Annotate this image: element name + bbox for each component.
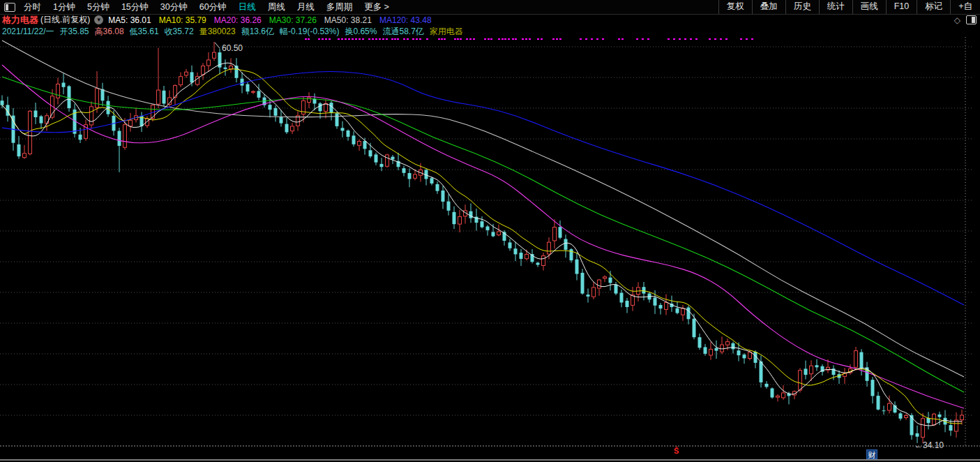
ohlc-field: 收35.72	[165, 26, 194, 38]
ohlc-field: 开35.85	[60, 26, 89, 38]
kline-chart[interactable]: 60.50←34.10 Ŝ 财	[0, 37, 980, 462]
ma-value: MA30: 37.26	[269, 15, 317, 25]
ma-line-MA50	[2, 40, 964, 377]
toolbar-button[interactable]: 画线	[852, 0, 886, 14]
candlestick-svg[interactable]: 60.50←34.10	[0, 37, 980, 462]
period-tab[interactable]: 更多 >	[364, 1, 389, 13]
top-markers	[305, 38, 753, 40]
grid-window-icon[interactable]	[4, 3, 15, 12]
ma-value: MA50: 38.21	[324, 15, 372, 25]
toolbar-button[interactable]: F10	[886, 0, 917, 14]
ohlc-field: 换0.65%	[345, 26, 377, 38]
low-price-label: ←34.10	[914, 440, 944, 450]
ma-line-MA20	[2, 65, 964, 408]
ohlc-field: 高36.08	[95, 26, 124, 38]
ohlc-field: 量380023	[199, 26, 236, 38]
high-price-label: 60.50	[222, 43, 243, 53]
stock-name: 格力电器	[2, 14, 38, 27]
ohlc-bar: 2021/11/22/一开35.85高36.08低35.61收35.72量380…	[2, 26, 469, 37]
period-tab[interactable]: 月线	[297, 1, 315, 13]
toolbar: 分时1分钟5分钟15分钟30分钟60分钟日线周线月线多周期更多 > 复权叠加历史…	[0, 0, 980, 15]
ma-value: MA5: 36.01	[108, 15, 151, 25]
period-label: (日线.前复权)	[40, 14, 90, 26]
ma-values: MA5: 36.01MA10: 35.79MA20: 36.26MA30: 37…	[108, 15, 439, 25]
toolbar-button[interactable]: 叠加	[752, 0, 785, 14]
ohlc-field: 2021/11/22/一	[2, 26, 54, 38]
toolbar-button[interactable]: 标记	[917, 0, 950, 14]
ma-line-MA120	[2, 71, 964, 305]
ohlc-field: 低35.61	[130, 26, 159, 38]
period-tabs: 分时1分钟5分钟15分钟30分钟60分钟日线周线月线多周期更多 >	[24, 1, 401, 13]
period-tab[interactable]: 多周期	[326, 1, 353, 13]
period-tab[interactable]: 1分钟	[53, 1, 75, 13]
ohlc-field: 幅-0.19(-0.53%)	[280, 26, 339, 38]
toolbar-right: 复权叠加历史统计画线F10标记+自	[718, 0, 980, 14]
period-tab[interactable]: 周线	[268, 1, 285, 13]
toolbar-button[interactable]: +自	[950, 0, 980, 14]
period-tab[interactable]: 日线	[239, 1, 256, 13]
ma-value: MA10: 35.79	[159, 15, 206, 25]
panel-layout-icon[interactable]	[966, 15, 977, 24]
ma-line-MA5	[2, 63, 962, 426]
ohlc-field: 流通58.7亿	[382, 26, 423, 38]
period-tab[interactable]: 5分钟	[87, 1, 110, 13]
period-tab[interactable]: 15分钟	[121, 1, 149, 13]
diamond-icon[interactable]: ◇	[954, 15, 960, 25]
chevron-down-icon[interactable]: ▼	[94, 15, 103, 24]
toolbar-button[interactable]: 复权	[718, 0, 752, 14]
cai-badge[interactable]: 财	[866, 449, 877, 459]
gridlines	[0, 37, 980, 460]
toolbar-button[interactable]: 统计	[819, 0, 852, 14]
period-tab[interactable]: 30分钟	[160, 1, 188, 13]
signal-s-marker: Ŝ	[674, 447, 679, 455]
chart-corner-icons: ◇	[954, 15, 977, 25]
toolbar-button[interactable]: 历史	[785, 0, 819, 14]
period-tab[interactable]: 60分钟	[199, 1, 227, 13]
ma-value: MA120: 43.48	[379, 15, 432, 25]
ohlc-field: 额13.6亿	[241, 26, 274, 38]
ohlc-field: 家用电器	[430, 26, 463, 38]
period-tab[interactable]: 分时	[24, 1, 41, 13]
ma-info-bar: 格力电器 (日线.前复权) ▼ MA5: 36.01MA10: 35.79MA2…	[0, 14, 980, 26]
ma-value: MA20: 36.26	[214, 15, 262, 25]
